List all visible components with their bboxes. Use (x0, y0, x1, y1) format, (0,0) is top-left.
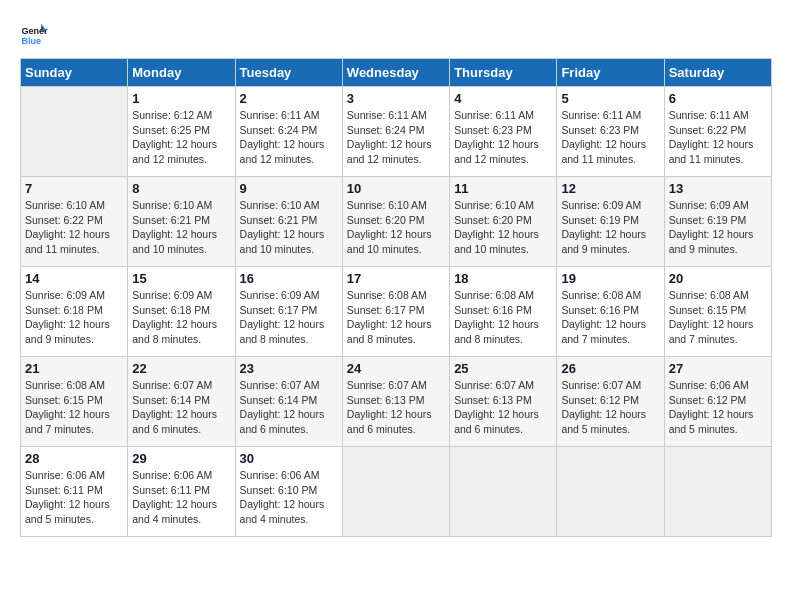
day-info: Sunrise: 6:10 AM Sunset: 6:20 PM Dayligh… (347, 198, 445, 257)
day-info: Sunrise: 6:06 AM Sunset: 6:12 PM Dayligh… (669, 378, 767, 437)
day-number: 14 (25, 271, 123, 286)
day-info: Sunrise: 6:11 AM Sunset: 6:24 PM Dayligh… (240, 108, 338, 167)
day-number: 9 (240, 181, 338, 196)
calendar-cell: 28Sunrise: 6:06 AM Sunset: 6:11 PM Dayli… (21, 447, 128, 537)
day-info: Sunrise: 6:07 AM Sunset: 6:14 PM Dayligh… (132, 378, 230, 437)
calendar-cell: 19Sunrise: 6:08 AM Sunset: 6:16 PM Dayli… (557, 267, 664, 357)
day-info: Sunrise: 6:09 AM Sunset: 6:19 PM Dayligh… (561, 198, 659, 257)
calendar-cell: 18Sunrise: 6:08 AM Sunset: 6:16 PM Dayli… (450, 267, 557, 357)
day-number: 1 (132, 91, 230, 106)
calendar-cell: 12Sunrise: 6:09 AM Sunset: 6:19 PM Dayli… (557, 177, 664, 267)
day-info: Sunrise: 6:11 AM Sunset: 6:23 PM Dayligh… (561, 108, 659, 167)
calendar-cell: 27Sunrise: 6:06 AM Sunset: 6:12 PM Dayli… (664, 357, 771, 447)
week-row-5: 28Sunrise: 6:06 AM Sunset: 6:11 PM Dayli… (21, 447, 772, 537)
day-number: 30 (240, 451, 338, 466)
day-info: Sunrise: 6:12 AM Sunset: 6:25 PM Dayligh… (132, 108, 230, 167)
day-number: 26 (561, 361, 659, 376)
page-header: General Blue (20, 20, 772, 48)
calendar-cell: 11Sunrise: 6:10 AM Sunset: 6:20 PM Dayli… (450, 177, 557, 267)
day-number: 19 (561, 271, 659, 286)
day-info: Sunrise: 6:10 AM Sunset: 6:21 PM Dayligh… (240, 198, 338, 257)
calendar-table: SundayMondayTuesdayWednesdayThursdayFrid… (20, 58, 772, 537)
day-number: 3 (347, 91, 445, 106)
day-number: 6 (669, 91, 767, 106)
calendar-cell: 2Sunrise: 6:11 AM Sunset: 6:24 PM Daylig… (235, 87, 342, 177)
calendar-cell (664, 447, 771, 537)
day-number: 4 (454, 91, 552, 106)
day-number: 27 (669, 361, 767, 376)
day-info: Sunrise: 6:08 AM Sunset: 6:16 PM Dayligh… (561, 288, 659, 347)
day-info: Sunrise: 6:11 AM Sunset: 6:23 PM Dayligh… (454, 108, 552, 167)
calendar-cell: 15Sunrise: 6:09 AM Sunset: 6:18 PM Dayli… (128, 267, 235, 357)
day-number: 24 (347, 361, 445, 376)
day-info: Sunrise: 6:10 AM Sunset: 6:22 PM Dayligh… (25, 198, 123, 257)
header-wednesday: Wednesday (342, 59, 449, 87)
day-info: Sunrise: 6:07 AM Sunset: 6:13 PM Dayligh… (347, 378, 445, 437)
calendar-cell (342, 447, 449, 537)
day-info: Sunrise: 6:11 AM Sunset: 6:24 PM Dayligh… (347, 108, 445, 167)
day-info: Sunrise: 6:09 AM Sunset: 6:19 PM Dayligh… (669, 198, 767, 257)
calendar-cell: 26Sunrise: 6:07 AM Sunset: 6:12 PM Dayli… (557, 357, 664, 447)
day-info: Sunrise: 6:07 AM Sunset: 6:13 PM Dayligh… (454, 378, 552, 437)
day-number: 5 (561, 91, 659, 106)
week-row-4: 21Sunrise: 6:08 AM Sunset: 6:15 PM Dayli… (21, 357, 772, 447)
calendar-cell: 8Sunrise: 6:10 AM Sunset: 6:21 PM Daylig… (128, 177, 235, 267)
calendar-cell: 16Sunrise: 6:09 AM Sunset: 6:17 PM Dayli… (235, 267, 342, 357)
calendar-cell: 5Sunrise: 6:11 AM Sunset: 6:23 PM Daylig… (557, 87, 664, 177)
week-row-3: 14Sunrise: 6:09 AM Sunset: 6:18 PM Dayli… (21, 267, 772, 357)
header-sunday: Sunday (21, 59, 128, 87)
day-number: 25 (454, 361, 552, 376)
calendar-cell: 23Sunrise: 6:07 AM Sunset: 6:14 PM Dayli… (235, 357, 342, 447)
day-number: 18 (454, 271, 552, 286)
day-number: 7 (25, 181, 123, 196)
day-number: 16 (240, 271, 338, 286)
day-number: 2 (240, 91, 338, 106)
day-info: Sunrise: 6:09 AM Sunset: 6:18 PM Dayligh… (25, 288, 123, 347)
header-monday: Monday (128, 59, 235, 87)
day-info: Sunrise: 6:08 AM Sunset: 6:15 PM Dayligh… (669, 288, 767, 347)
header-thursday: Thursday (450, 59, 557, 87)
calendar-cell: 30Sunrise: 6:06 AM Sunset: 6:10 PM Dayli… (235, 447, 342, 537)
calendar-cell: 20Sunrise: 6:08 AM Sunset: 6:15 PM Dayli… (664, 267, 771, 357)
header-saturday: Saturday (664, 59, 771, 87)
calendar-cell: 29Sunrise: 6:06 AM Sunset: 6:11 PM Dayli… (128, 447, 235, 537)
day-number: 29 (132, 451, 230, 466)
calendar-header-row: SundayMondayTuesdayWednesdayThursdayFrid… (21, 59, 772, 87)
day-info: Sunrise: 6:09 AM Sunset: 6:18 PM Dayligh… (132, 288, 230, 347)
day-info: Sunrise: 6:10 AM Sunset: 6:20 PM Dayligh… (454, 198, 552, 257)
day-number: 23 (240, 361, 338, 376)
week-row-2: 7Sunrise: 6:10 AM Sunset: 6:22 PM Daylig… (21, 177, 772, 267)
day-info: Sunrise: 6:09 AM Sunset: 6:17 PM Dayligh… (240, 288, 338, 347)
calendar-cell: 3Sunrise: 6:11 AM Sunset: 6:24 PM Daylig… (342, 87, 449, 177)
day-info: Sunrise: 6:06 AM Sunset: 6:11 PM Dayligh… (132, 468, 230, 527)
calendar-cell: 21Sunrise: 6:08 AM Sunset: 6:15 PM Dayli… (21, 357, 128, 447)
calendar-cell (557, 447, 664, 537)
day-number: 28 (25, 451, 123, 466)
day-info: Sunrise: 6:07 AM Sunset: 6:14 PM Dayligh… (240, 378, 338, 437)
day-number: 22 (132, 361, 230, 376)
logo: General Blue (20, 20, 52, 48)
day-number: 17 (347, 271, 445, 286)
calendar-cell: 7Sunrise: 6:10 AM Sunset: 6:22 PM Daylig… (21, 177, 128, 267)
day-info: Sunrise: 6:08 AM Sunset: 6:16 PM Dayligh… (454, 288, 552, 347)
day-info: Sunrise: 6:08 AM Sunset: 6:15 PM Dayligh… (25, 378, 123, 437)
calendar-cell: 17Sunrise: 6:08 AM Sunset: 6:17 PM Dayli… (342, 267, 449, 357)
calendar-cell (21, 87, 128, 177)
logo-icon: General Blue (20, 20, 48, 48)
day-info: Sunrise: 6:06 AM Sunset: 6:11 PM Dayligh… (25, 468, 123, 527)
calendar-cell: 9Sunrise: 6:10 AM Sunset: 6:21 PM Daylig… (235, 177, 342, 267)
day-number: 13 (669, 181, 767, 196)
calendar-cell: 24Sunrise: 6:07 AM Sunset: 6:13 PM Dayli… (342, 357, 449, 447)
calendar-cell: 10Sunrise: 6:10 AM Sunset: 6:20 PM Dayli… (342, 177, 449, 267)
day-number: 11 (454, 181, 552, 196)
calendar-cell: 13Sunrise: 6:09 AM Sunset: 6:19 PM Dayli… (664, 177, 771, 267)
calendar-cell: 6Sunrise: 6:11 AM Sunset: 6:22 PM Daylig… (664, 87, 771, 177)
day-number: 10 (347, 181, 445, 196)
day-info: Sunrise: 6:11 AM Sunset: 6:22 PM Dayligh… (669, 108, 767, 167)
day-info: Sunrise: 6:07 AM Sunset: 6:12 PM Dayligh… (561, 378, 659, 437)
day-info: Sunrise: 6:08 AM Sunset: 6:17 PM Dayligh… (347, 288, 445, 347)
day-number: 20 (669, 271, 767, 286)
calendar-cell (450, 447, 557, 537)
day-number: 8 (132, 181, 230, 196)
day-info: Sunrise: 6:06 AM Sunset: 6:10 PM Dayligh… (240, 468, 338, 527)
